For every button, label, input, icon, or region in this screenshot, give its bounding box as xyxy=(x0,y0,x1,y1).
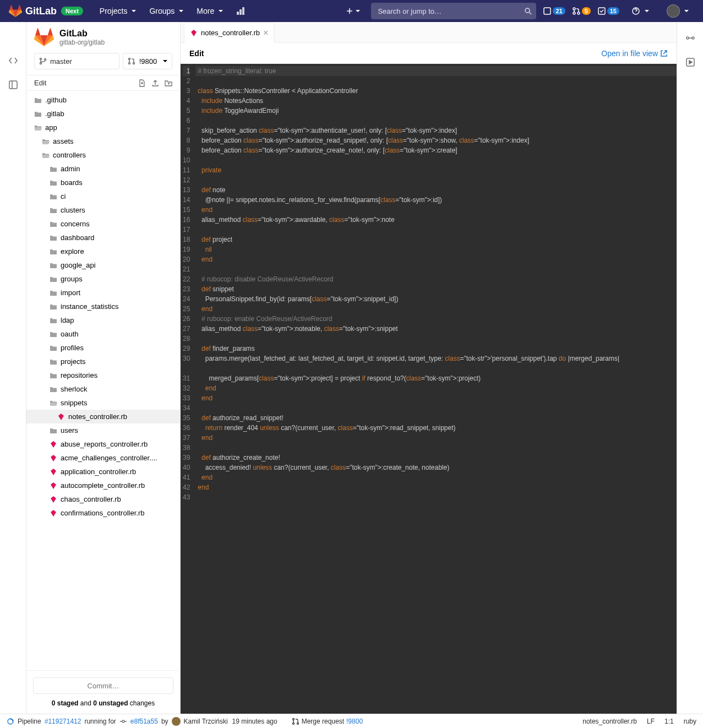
next-badge[interactable]: Next xyxy=(61,7,83,15)
svg-point-23 xyxy=(292,722,294,724)
svg-rect-1 xyxy=(240,10,241,14)
nav-more[interactable]: More xyxy=(191,3,228,19)
tree-item-boards[interactable]: boards xyxy=(26,176,180,189)
project-header[interactable]: GitLab gitlab-org/gitlab xyxy=(26,22,180,53)
tab-notes-controller[interactable]: notes_controller.rb × xyxy=(184,22,274,43)
commit-button[interactable]: Commit… xyxy=(33,677,173,694)
pipeline-running-icon[interactable] xyxy=(7,718,14,725)
svg-point-15 xyxy=(129,63,130,64)
merge-requests-link[interactable]: 5 xyxy=(572,7,591,15)
sidebar-edit-label: Edit xyxy=(34,79,46,87)
upload-icon[interactable] xyxy=(151,79,159,87)
tree-item-clusters[interactable]: clusters xyxy=(26,203,180,217)
tree-item-notes-controller-rb[interactable]: notes_controller.rb xyxy=(26,410,180,423)
tree-item-dashboard[interactable]: dashboard xyxy=(26,231,180,245)
commit-hash-link[interactable]: e8f51a55 xyxy=(130,718,158,725)
merge-request-icon xyxy=(292,718,299,725)
tree-item--github[interactable]: .github xyxy=(26,93,180,107)
status-eol[interactable]: LF xyxy=(647,718,655,725)
project-path: gitlab-org/gitlab xyxy=(59,39,105,46)
author-avatar-icon[interactable] xyxy=(172,717,181,726)
tree-item-instance-statistics[interactable]: instance_statistics xyxy=(26,300,180,313)
svg-rect-10 xyxy=(9,81,17,89)
tree-item-app[interactable]: app xyxy=(26,121,180,134)
pipeline-label: Pipeline xyxy=(18,718,41,725)
search-input[interactable] xyxy=(371,3,536,19)
line-gutter: 1234567891011121314151617181920212223242… xyxy=(181,64,195,714)
new-folder-icon[interactable] xyxy=(165,79,172,87)
svg-point-22 xyxy=(292,718,294,720)
tree-item-confirmations-controller-rb[interactable]: confirmations_controller.rb xyxy=(26,506,180,520)
tree-item-ci[interactable]: ci xyxy=(26,189,180,203)
tree-item-abuse-reports-controller-rb[interactable]: abuse_reports_controller.rb xyxy=(26,437,180,451)
nav-groups[interactable]: Groups xyxy=(144,3,189,19)
top-nav: GitLab Next Projects Groups More 21 5 15 xyxy=(0,0,703,22)
tree-item-chaos-controller-rb[interactable]: chaos_controller.rb xyxy=(26,492,180,506)
svg-point-16 xyxy=(133,63,135,64)
mr-selector[interactable]: !9800 xyxy=(123,53,172,69)
tree-item-users[interactable]: users xyxy=(26,423,180,437)
svg-point-3 xyxy=(525,8,530,13)
open-in-file-view-link[interactable]: Open in file view xyxy=(601,49,668,58)
tree-item-sherlock[interactable]: sherlock xyxy=(26,382,180,396)
project-logo-icon xyxy=(34,28,54,47)
nav-activity-icon[interactable] xyxy=(231,3,250,19)
tree-item-controllers[interactable]: controllers xyxy=(26,148,180,162)
svg-rect-0 xyxy=(237,12,238,14)
branch-name: master xyxy=(50,57,72,66)
tree-item-application-controller-rb[interactable]: application_controller.rb xyxy=(26,465,180,479)
project-name: GitLab xyxy=(59,29,105,39)
code-content[interactable]: # frozen_string_literal: true class Snip… xyxy=(195,64,677,714)
commit-time: 19 minutes ago xyxy=(232,718,277,725)
code-icon[interactable] xyxy=(8,55,19,66)
todos-link[interactable]: 15 xyxy=(597,7,619,15)
svg-point-6 xyxy=(573,12,575,14)
tree-item-import[interactable]: import xyxy=(26,286,180,300)
tree-item-repositories[interactable]: repositories xyxy=(26,368,180,382)
branch-selector[interactable]: master xyxy=(34,53,119,69)
tree-item-groups[interactable]: groups xyxy=(26,272,180,286)
sidebar: GitLab gitlab-org/gitlab master !9800 Ed… xyxy=(26,22,181,714)
search-icon[interactable] xyxy=(524,7,532,15)
tree-item-ldap[interactable]: ldap xyxy=(26,313,180,327)
tree-item-projects[interactable]: projects xyxy=(26,355,180,368)
ruby-icon xyxy=(190,29,198,37)
help-menu[interactable] xyxy=(626,3,655,19)
status-position[interactable]: 1:1 xyxy=(664,718,674,725)
tree-item-admin[interactable]: admin xyxy=(26,162,180,176)
activity-bar xyxy=(0,22,26,714)
tree-item--gitlab[interactable]: .gitlab xyxy=(26,107,180,121)
code-editor[interactable]: 1234567891011121314151617181920212223242… xyxy=(181,64,677,714)
tree-item-profiles[interactable]: profiles xyxy=(26,341,180,355)
new-file-icon[interactable] xyxy=(138,79,146,87)
tree-item-google-api[interactable]: google_api xyxy=(26,258,180,272)
edit-mode-label: Edit xyxy=(189,49,204,58)
tree-item-assets[interactable]: assets xyxy=(26,134,180,148)
close-icon[interactable]: × xyxy=(263,29,268,37)
commit-icon xyxy=(119,718,127,725)
status-language[interactable]: ruby xyxy=(684,718,696,725)
pipeline-id-link[interactable]: #119271412 xyxy=(45,718,81,725)
tree-item-explore[interactable]: explore xyxy=(26,245,180,258)
author-name[interactable]: Kamil Trzciński xyxy=(184,718,228,725)
user-menu[interactable] xyxy=(661,1,694,21)
svg-point-12 xyxy=(40,63,42,64)
issues-link[interactable]: 21 xyxy=(543,7,565,15)
nav-projects[interactable]: Projects xyxy=(94,3,142,19)
tree-item-concerns[interactable]: concerns xyxy=(26,217,180,231)
status-filename: notes_controller.rb xyxy=(582,718,637,725)
live-preview-icon[interactable] xyxy=(685,57,695,67)
tree-item-autocomplete-controller-rb[interactable]: autocomplete_controller.rb xyxy=(26,479,180,492)
tree-item-oauth[interactable]: oauth xyxy=(26,327,180,341)
collapse-icon[interactable] xyxy=(8,79,19,90)
pipeline-icon[interactable] xyxy=(685,33,695,43)
avatar-icon xyxy=(667,4,680,18)
tree-item-snippets[interactable]: snippets xyxy=(26,396,180,410)
gitlab-logo-icon[interactable] xyxy=(9,4,22,18)
svg-point-14 xyxy=(129,58,130,60)
right-bar xyxy=(677,22,703,714)
status-mr-link[interactable]: !9800 xyxy=(346,718,363,725)
new-menu-button[interactable] xyxy=(341,5,364,17)
tree-item-acme-challenges-controller----[interactable]: acme_challenges_controller.... xyxy=(26,451,180,465)
svg-rect-2 xyxy=(243,8,244,14)
